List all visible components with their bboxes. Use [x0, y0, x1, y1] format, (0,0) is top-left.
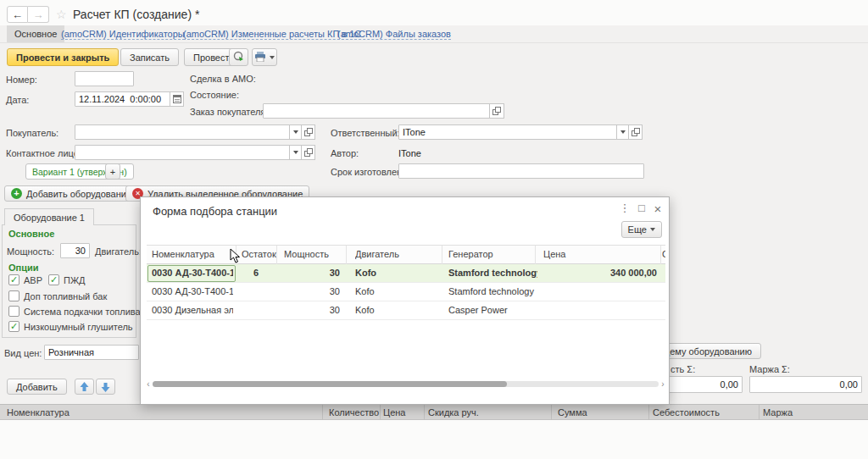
open-icon [304, 128, 313, 136]
move-down-button[interactable] [96, 379, 115, 395]
responsible-dropdown-button[interactable] [616, 124, 629, 140]
number-label: Номер: [6, 75, 37, 85]
checkbox-silencer[interactable]: ✓Низкошумный глушитель [8, 321, 133, 332]
close-icon[interactable]: × [651, 202, 665, 216]
customer-order-open-button[interactable] [489, 103, 504, 119]
chevron-down-icon [293, 151, 298, 154]
favorite-star-icon[interactable]: ☆ [56, 8, 67, 21]
column-margin[interactable]: Маржа [763, 407, 793, 418]
back-button[interactable]: ← [7, 6, 28, 23]
table-row[interactable]: 0030 Дизельная эле... 30 Kofo Casper Pow… [147, 301, 665, 320]
col-generator[interactable]: Генератор [448, 249, 537, 259]
cost-sum-label: сть Σ: [670, 364, 695, 374]
contact-input[interactable] [75, 145, 290, 160]
production-time-input[interactable] [398, 163, 644, 179]
contact-open-button[interactable] [301, 145, 315, 160]
link-amocrm-changed[interactable]: (amoCRM) Измененные расчеты КП в 1С [183, 29, 361, 40]
create-based-on-button[interactable] [229, 48, 248, 66]
tab-strip: Основное (amoCRM) Идентификаторы (amoCRM… [0, 25, 868, 43]
calendar-icon [173, 95, 181, 103]
station-table: Номенклатура Остаток Мощность Двигатель … [147, 245, 665, 376]
checkbox-label: Низкошумный глушитель [24, 322, 133, 332]
bottom-table-body[interactable] [0, 420, 868, 459]
scrollbar-thumb[interactable] [153, 381, 507, 387]
checkbox-icon: ✓ [8, 321, 19, 332]
column-price[interactable]: Цена [383, 407, 405, 418]
date-label: Дата: [6, 95, 29, 105]
buyer-open-button[interactable] [301, 124, 315, 140]
power-input[interactable] [60, 243, 90, 258]
move-up-button[interactable] [75, 379, 94, 395]
column-manual-discount[interactable]: Скидка руч. [428, 407, 479, 418]
margin-sum-input[interactable] [749, 376, 862, 393]
col-engine[interactable]: Двигатель [355, 249, 444, 259]
plus-icon: + [11, 188, 22, 199]
table-row[interactable]: 0030 АД-30-Т400-1Р... 6 30 Kofo Stamford… [147, 264, 665, 283]
more-button[interactable]: Еще [621, 221, 662, 238]
date-input[interactable] [75, 91, 170, 107]
link-amocrm-identifiers[interactable]: (amoCRM) Идентификаторы [61, 29, 185, 40]
column-quantity[interactable]: Количество [329, 407, 379, 418]
post-and-close-button[interactable]: Провести и закрыть [7, 48, 119, 66]
column-cost[interactable]: Себестоимость [653, 407, 720, 418]
add-equipment-button[interactable]: + Добавить оборудование [4, 185, 138, 202]
title-bar: ← → ☆ Расчет КП (создание) * [0, 0, 868, 25]
checkbox-icon: ✓ [8, 290, 19, 301]
main-section-header: Основное [8, 229, 54, 239]
tab-main[interactable]: Основное [7, 25, 64, 42]
printer-icon [254, 52, 266, 64]
checkbox-icon: ✓ [8, 306, 19, 317]
maximize-icon[interactable]: □ [635, 202, 648, 214]
horizontal-scrollbar[interactable]: ‹ › [144, 379, 667, 389]
print-button[interactable] [252, 48, 277, 66]
column-sum[interactable]: Сумма [558, 407, 587, 418]
responsible-open-button[interactable] [628, 124, 643, 140]
open-icon [492, 107, 501, 115]
bottom-table-header: Номенклатура Количество Цена Скидка руч.… [0, 404, 868, 420]
author-value: ITone [398, 148, 421, 158]
col-cost-cut[interactable]: Себ [662, 249, 665, 259]
create-based-on-icon [233, 51, 244, 64]
table-row[interactable]: 0030 АД-30-Т400-1Р... 30 Kofo Stamford t… [147, 283, 665, 301]
add-row-button[interactable]: Добавить [7, 379, 67, 395]
scroll-left-icon[interactable]: ‹ [144, 379, 153, 389]
col-price[interactable]: Цена [543, 249, 659, 259]
price-type-input[interactable] [44, 345, 139, 360]
customer-order-input[interactable] [263, 103, 490, 119]
dialog-menu-icon[interactable]: ⋮ [618, 202, 632, 214]
responsible-label: Ответственный: [331, 128, 400, 138]
customer-order-label: Заказ покупателя: [190, 107, 268, 117]
number-input[interactable] [75, 71, 134, 86]
station-selection-dialog: Форма подбора станции ⋮ □ × Еще Номенкла… [140, 196, 670, 405]
more-button-label: Еще [628, 224, 647, 235]
date-picker-button[interactable] [170, 91, 184, 107]
forward-button[interactable]: → [28, 6, 49, 23]
buyer-dropdown-button[interactable] [289, 124, 302, 140]
nav-buttons: ← → [7, 6, 49, 23]
engine-label: Двигатель: [95, 246, 142, 257]
checkbox-fuel-pump[interactable]: ✓Система подкачки топлива [8, 306, 141, 317]
open-icon [304, 148, 313, 157]
column-nomenclature[interactable]: Номенклатура [7, 407, 70, 418]
print-dropdown-caret [270, 56, 275, 59]
page-title: Расчет КП (создание) * [73, 8, 199, 21]
add-variant-button[interactable]: + [105, 163, 120, 180]
checkbox-fuel-tank[interactable]: ✓Доп топливный бак [8, 290, 107, 301]
arrow-up-icon [80, 382, 89, 392]
responsible-input[interactable] [398, 124, 617, 140]
col-power[interactable]: Мощность [284, 249, 347, 259]
buyer-input[interactable] [75, 124, 290, 140]
contact-dropdown-button[interactable] [289, 145, 302, 160]
checkbox-pzhd[interactable]: ✓ПЖД [48, 274, 86, 285]
save-button[interactable]: Записать [120, 48, 179, 66]
checkbox-label: Система подкачки топлива [24, 307, 141, 317]
col-nomenclature[interactable]: Номенклатура [152, 249, 233, 259]
link-amocrm-files[interactable]: (amoCRM) Файлы заказов [337, 29, 451, 40]
scroll-right-icon[interactable]: › [659, 379, 667, 389]
open-icon [632, 128, 640, 136]
checkbox-label: ПЖД [64, 275, 86, 285]
tab-equipment-1[interactable]: Оборудование 1 [4, 208, 94, 225]
power-label: Мощность: [7, 246, 54, 257]
checkbox-avr[interactable]: ✓АВР [8, 274, 42, 285]
col-stock[interactable]: Остаток [242, 249, 281, 259]
